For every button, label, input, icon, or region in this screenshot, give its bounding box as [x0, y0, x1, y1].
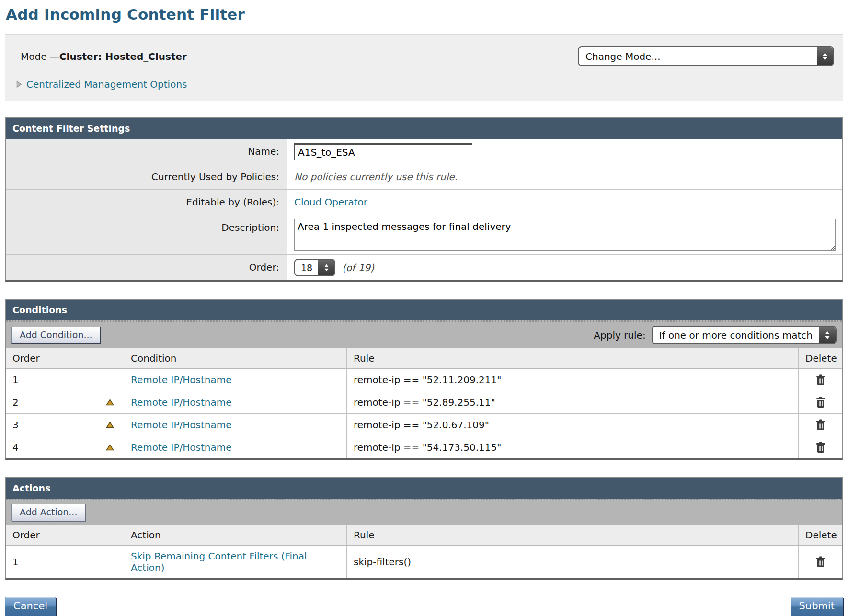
settings-panel-header: Content Filter Settings	[6, 118, 842, 139]
conditions-toolbar: Add Condition... Apply rule: If one or m…	[6, 320, 842, 348]
name-row: Name:	[6, 139, 842, 164]
apply-rule-select-value: If one or more conditions match	[653, 327, 819, 343]
trash-icon	[815, 396, 826, 409]
add-action-button[interactable]: Add Action...	[11, 504, 85, 521]
centralized-management-options-link[interactable]: Centralized Management Options	[26, 79, 187, 90]
column-header-delete: Delete	[799, 348, 844, 368]
conditions-panel-header: Conditions	[6, 300, 842, 320]
move-up-icon	[106, 399, 114, 406]
mode-text: Mode —Cluster: Hosted_Cluster	[14, 51, 187, 62]
trash-icon	[815, 556, 826, 568]
select-stepper-icon	[318, 260, 334, 275]
delete-condition-button[interactable]	[815, 419, 826, 431]
column-header-order: Order	[6, 525, 124, 545]
actions-column-headers: Order Action Rule Delete	[6, 525, 842, 546]
column-header-rule: Rule	[347, 525, 799, 545]
delete-action-button[interactable]	[815, 556, 826, 568]
mode-label: Mode —	[21, 51, 59, 62]
column-header-condition: Condition	[124, 348, 347, 368]
condition-rule: remote-ip == "52.0.67.109"	[354, 419, 489, 431]
order-total: (of 19)	[342, 262, 374, 274]
description-label: Description:	[6, 215, 287, 254]
roles-label: Editable by (Roles):	[6, 190, 287, 215]
change-mode-select-value: Change Mode...	[579, 47, 817, 65]
move-up-button[interactable]	[106, 444, 114, 451]
action-link[interactable]: Skip Remaining Content Filters (Final Ac…	[131, 550, 340, 573]
select-stepper-icon	[817, 47, 833, 65]
trash-icon	[815, 419, 826, 431]
apply-rule-select[interactable]: If one or more conditions match	[652, 326, 837, 344]
content-filter-settings-panel: Content Filter Settings Name: Currently …	[5, 117, 843, 282]
actions-panel-header: Actions	[6, 478, 842, 499]
mode-panel: Mode —Cluster: Hosted_Cluster Change Mod…	[5, 34, 843, 101]
condition-link[interactable]: Remote IP/Hostname	[131, 419, 231, 431]
condition-rule: remote-ip == "54.173.50.115"	[354, 442, 501, 453]
page-title: Add Incoming Content Filter	[6, 6, 843, 23]
condition-row: 3 Remote IP/Hostname remote-ip == "52.0.…	[6, 414, 842, 436]
move-up-button[interactable]	[106, 399, 114, 406]
order-select[interactable]: 18	[294, 259, 335, 276]
cloud-operator-link[interactable]: Cloud Operator	[294, 196, 367, 208]
delete-condition-button[interactable]	[815, 441, 826, 454]
select-stepper-icon	[819, 327, 836, 343]
condition-rule: remote-ip == "52.11.209.211"	[354, 374, 501, 386]
condition-row: 2 Remote IP/Hostname remote-ip == "52.89…	[6, 391, 842, 414]
add-condition-button[interactable]: Add Condition...	[11, 327, 101, 344]
condition-link[interactable]: Remote IP/Hostname	[131, 442, 231, 453]
move-up-button[interactable]	[106, 422, 114, 428]
change-mode-select[interactable]: Change Mode...	[578, 46, 834, 66]
description-textarea[interactable]: Area 1 inspected messages for final deli…	[294, 219, 836, 251]
conditions-panel: Conditions Add Condition... Apply rule: …	[5, 299, 843, 460]
column-header-order: Order	[6, 348, 124, 368]
order-row: Order: 18 (of 19)	[6, 255, 842, 280]
condition-row: 1 Remote IP/Hostname remote-ip == "52.11…	[6, 369, 842, 391]
page: Add Incoming Content Filter Mode —Cluste…	[0, 0, 848, 616]
action-row: 1 Skip Remaining Content Filters (Final …	[6, 546, 842, 578]
description-row: Description: Area 1 inspected messages f…	[6, 215, 842, 255]
move-up-icon	[106, 444, 114, 451]
footer-bar: Cancel Submit	[5, 597, 843, 616]
delete-condition-button[interactable]	[815, 396, 826, 409]
policies-value: No policies currently use this rule.	[294, 171, 458, 183]
column-header-delete: Delete	[799, 525, 844, 545]
policies-label: Currently Used by Policies:	[6, 164, 287, 189]
move-up-icon	[106, 422, 114, 428]
policies-row: Currently Used by Policies: No policies …	[6, 164, 842, 190]
mode-value: Cluster: Hosted_Cluster	[59, 51, 187, 62]
condition-row: 4 Remote IP/Hostname remote-ip == "54.17…	[6, 436, 842, 458]
cancel-button[interactable]: Cancel	[5, 597, 56, 616]
column-header-rule: Rule	[347, 348, 799, 368]
condition-order: 2	[12, 397, 19, 408]
delete-condition-button[interactable]	[815, 374, 826, 386]
apply-rule-label: Apply rule:	[594, 330, 645, 341]
conditions-column-headers: Order Condition Rule Delete	[6, 348, 842, 369]
condition-order: 3	[12, 419, 19, 431]
condition-order: 4	[12, 442, 19, 453]
condition-order: 1	[12, 374, 19, 386]
action-order: 1	[12, 556, 19, 568]
actions-panel: Actions Add Action... Order Action Rule …	[5, 477, 843, 580]
action-rule: skip-filters()	[354, 556, 411, 568]
trash-icon	[815, 374, 826, 386]
order-select-value: 18	[295, 260, 318, 275]
condition-link[interactable]: Remote IP/Hostname	[131, 374, 231, 386]
actions-toolbar: Add Action...	[6, 499, 842, 525]
order-label: Order:	[6, 255, 287, 280]
roles-row: Editable by (Roles): Cloud Operator	[6, 190, 842, 215]
disclosure-triangle-icon[interactable]	[16, 80, 22, 89]
column-header-action: Action	[124, 525, 347, 545]
condition-rule: remote-ip == "52.89.255.11"	[354, 397, 495, 408]
name-label: Name:	[6, 139, 287, 164]
name-input[interactable]	[294, 143, 472, 160]
submit-button[interactable]: Submit	[791, 597, 844, 616]
condition-link[interactable]: Remote IP/Hostname	[131, 397, 231, 408]
trash-icon	[815, 441, 826, 454]
